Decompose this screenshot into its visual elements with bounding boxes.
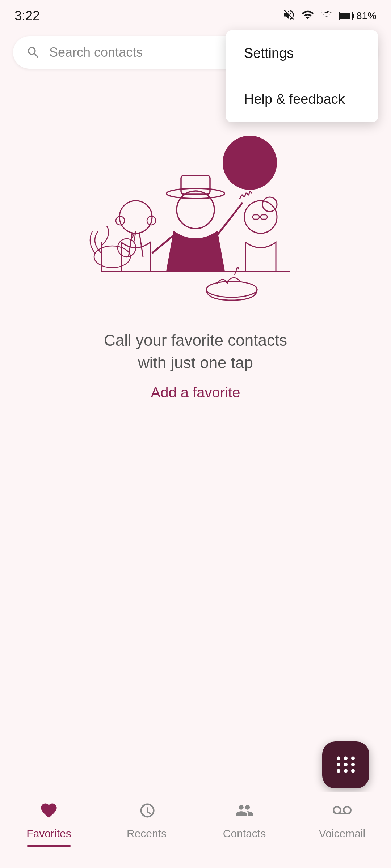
empty-state: Call your favorite contacts with just on…: [0, 315, 391, 415]
battery-percent: 81%: [356, 10, 377, 22]
svg-point-26: [206, 281, 257, 297]
illustration-area: [0, 98, 391, 315]
svg-rect-21: [261, 215, 267, 219]
add-favorite-button[interactable]: Add a favorite: [151, 384, 240, 401]
search-icon: [26, 45, 41, 60]
illustration: [72, 119, 319, 307]
svg-point-7: [223, 136, 277, 190]
bottom-navigation: Favorites Recents Contacts Voicemail: [0, 792, 391, 868]
nav-item-contacts[interactable]: Contacts: [196, 801, 293, 840]
svg-rect-6: [340, 13, 350, 19]
favorites-indicator: [27, 845, 71, 847]
battery-icon: 81%: [339, 10, 377, 22]
voicemail-icon: [333, 801, 352, 824]
nav-item-recents[interactable]: Recents: [98, 801, 196, 840]
svg-line-17: [217, 203, 243, 235]
status-time: 3:22: [14, 8, 40, 24]
wifi-icon: [301, 8, 314, 24]
recents-icon: [137, 801, 156, 824]
voicemail-label: Voicemail: [319, 827, 365, 840]
dropdown-menu: Settings Help & feedback: [226, 30, 378, 122]
empty-state-title: Call your favorite contacts with just on…: [104, 329, 287, 374]
menu-item-settings[interactable]: Settings: [226, 30, 378, 76]
status-icons: 81%: [282, 8, 377, 24]
signal-icon: [320, 8, 333, 24]
favorites-icon: [39, 801, 58, 824]
contacts-label: Contacts: [223, 827, 266, 840]
contacts-icon: [235, 801, 254, 824]
status-bar: 3:22: [0, 0, 391, 29]
svg-point-14: [177, 191, 214, 229]
menu-item-help[interactable]: Help & feedback: [226, 76, 378, 122]
svg-point-23: [262, 197, 277, 212]
nav-item-favorites[interactable]: Favorites: [0, 801, 98, 847]
recents-label: Recents: [127, 827, 167, 840]
svg-rect-5: [353, 14, 354, 18]
dialpad-fab[interactable]: [322, 741, 369, 788]
mute-icon: [282, 8, 295, 24]
favorites-label: Favorites: [26, 827, 71, 840]
nav-item-voicemail[interactable]: Voicemail: [293, 801, 391, 840]
svg-point-9: [119, 201, 152, 233]
svg-rect-20: [253, 215, 259, 219]
dialpad-icon: [335, 752, 357, 778]
svg-point-15: [167, 188, 224, 199]
svg-line-11: [139, 233, 143, 257]
